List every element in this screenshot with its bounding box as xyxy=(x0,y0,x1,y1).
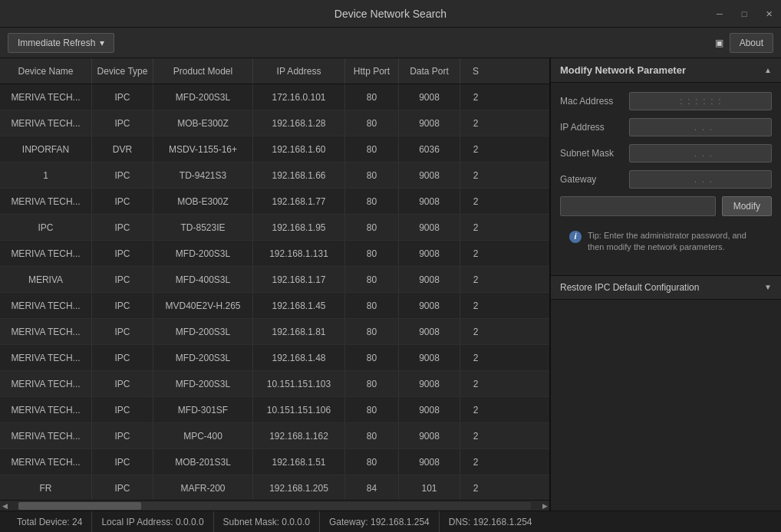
scroll-left-icon[interactable]: ◀ xyxy=(0,502,9,510)
table-cell: FR xyxy=(0,475,92,500)
table-cell: 9008 xyxy=(399,397,460,422)
table-row[interactable]: IPCIPCTD-8523IE192.168.1.958090082 xyxy=(0,215,549,241)
col-header-extra: S xyxy=(460,58,491,84)
minimize-button[interactable]: ─ xyxy=(707,0,732,28)
table-row[interactable]: MERIVA TECH...IPCMPC-400192.168.1.162809… xyxy=(0,423,549,449)
col-header-type: Device Type xyxy=(92,58,153,84)
table-cell: 6036 xyxy=(399,136,460,162)
table-row[interactable]: MERIVAIPCMFD-400S3L192.168.1.178090082 xyxy=(0,267,549,293)
table-cell: MOB-201S3L xyxy=(153,449,253,475)
table-cell: 2 xyxy=(460,215,491,240)
modify-button[interactable]: Modify xyxy=(722,196,772,216)
col-header-data: Data Port xyxy=(399,58,460,84)
table-cell: 192.168.1.28 xyxy=(253,110,345,136)
table-cell: 80 xyxy=(345,345,399,370)
col-header-ip: IP Address xyxy=(253,58,345,84)
table-row[interactable]: MERIVA TECH...IPCMFD-301SF10.151.151.106… xyxy=(0,397,549,423)
table-row[interactable]: MERIVA TECH...IPCMOB-E300Z192.168.1.7780… xyxy=(0,189,549,215)
table-row[interactable]: MERIVA TECH...IPCMFD-200S3L192.168.1.131… xyxy=(0,241,549,267)
table-cell: 84 xyxy=(345,475,399,500)
refresh-label: Immediate Refresh xyxy=(18,38,95,48)
scroll-thumb[interactable] xyxy=(18,502,141,510)
restore-arrow-icon: ▼ xyxy=(764,283,772,291)
table-cell: MERIVA TECH... xyxy=(0,189,92,214)
device-table-area: Device Name Device Type Product Model IP… xyxy=(0,58,551,511)
mnp-form: Mac Address IP Address Subnet Mask Gatew… xyxy=(551,83,781,269)
table-cell: MFD-200S3L xyxy=(153,241,253,266)
table-cell: IPC xyxy=(92,449,153,475)
table-cell: 192.168.1.81 xyxy=(253,319,345,344)
close-button[interactable]: ✕ xyxy=(756,0,781,28)
table-row[interactable]: MERIVA TECH...IPCMFD-200S3L192.168.1.488… xyxy=(0,345,549,371)
table-cell: 80 xyxy=(345,241,399,266)
table-cell: TD-8523IE xyxy=(153,215,253,240)
mac-address-input[interactable] xyxy=(629,92,772,110)
table-cell: MERIVA TECH... xyxy=(0,241,92,266)
table-cell: MFD-200S3L xyxy=(153,84,253,110)
table-cell: 80 xyxy=(345,293,399,318)
table-cell: IPC xyxy=(92,475,153,500)
table-row[interactable]: FRIPCMAFR-200192.168.1.205841012 xyxy=(0,475,549,500)
table-row[interactable]: 1IPCTD-9421S3192.168.1.668090082 xyxy=(0,163,549,189)
table-cell: IPC xyxy=(92,397,153,422)
table-cell: 2 xyxy=(460,110,491,136)
dropdown-arrow-icon: ▾ xyxy=(100,38,104,48)
table-cell: 2 xyxy=(460,397,491,422)
table-row[interactable]: MERIVA TECH...IPCMFD-200S3L10.151.151.10… xyxy=(0,371,549,397)
maximize-button[interactable]: □ xyxy=(732,0,756,28)
table-cell: MERIVA TECH... xyxy=(0,293,92,318)
table-cell: 192.168.1.162 xyxy=(253,423,345,448)
table-cell: 9008 xyxy=(399,319,460,344)
table-row[interactable]: MERIVA TECH...IPCMFD-200S3L192.168.1.818… xyxy=(0,319,549,345)
mnp-title: Modify Network Parameter xyxy=(560,64,686,76)
subnet-mask-row: Subnet Mask xyxy=(560,144,772,163)
refresh-button[interactable]: Immediate Refresh ▾ xyxy=(8,33,114,53)
table-cell: 9008 xyxy=(399,345,460,370)
mnp-section-header[interactable]: Modify Network Parameter ▲ xyxy=(551,58,781,83)
table-cell: 192.168.1.95 xyxy=(253,215,345,240)
restore-section-header[interactable]: Restore IPC Default Configuration ▼ xyxy=(551,275,781,300)
table-cell: 2 xyxy=(460,423,491,448)
table-cell: MVD40E2V-H.265 xyxy=(153,293,253,318)
table-cell: 192.168.1.45 xyxy=(253,293,345,318)
table-cell: IPC xyxy=(92,345,153,370)
gateway-status: Gateway: 192.168.1.254 xyxy=(320,511,440,532)
table-cell: 2 xyxy=(460,163,491,188)
table-row[interactable]: INPORFANDVRMSDV-1155-16+192.168.1.608060… xyxy=(0,136,549,163)
ip-address-input[interactable] xyxy=(629,118,772,136)
table-cell: 2 xyxy=(460,319,491,344)
table-cell: 172.16.0.101 xyxy=(253,84,345,110)
table-cell: 80 xyxy=(345,110,399,136)
table-cell: MFD-301SF xyxy=(153,397,253,422)
horizontal-scrollbar[interactable]: ◀ ▶ xyxy=(0,500,549,511)
table-header: Device Name Device Type Product Model IP… xyxy=(0,58,549,84)
scroll-right-icon[interactable]: ▶ xyxy=(540,502,549,510)
gateway-label: Gateway xyxy=(560,174,629,185)
table-cell: 192.168.1.51 xyxy=(253,449,345,475)
table-cell: 2 xyxy=(460,371,491,396)
table-cell: IPC xyxy=(0,215,92,240)
password-input[interactable] xyxy=(560,196,716,216)
collapse-icon[interactable]: ▲ xyxy=(764,66,772,74)
table-cell: 192.168.1.17 xyxy=(253,267,345,292)
table-row[interactable]: MERIVA TECH...IPCMOB-E300Z192.168.1.2880… xyxy=(0,110,549,136)
table-cell: 101 xyxy=(399,475,460,500)
table-cell: MERIVA TECH... xyxy=(0,345,92,370)
about-label: About xyxy=(740,38,763,48)
table-row[interactable]: MERIVA TECH...IPCMFD-200S3L172.16.0.1018… xyxy=(0,84,549,110)
table-cell: 9008 xyxy=(399,449,460,475)
scroll-track[interactable] xyxy=(18,502,531,510)
ip-label: IP Address xyxy=(560,122,629,133)
table-cell: MERIVA TECH... xyxy=(0,110,92,136)
table-cell: 80 xyxy=(345,371,399,396)
subnet-mask-input[interactable] xyxy=(629,144,772,163)
dns-status: DNS: 192.168.1.254 xyxy=(440,511,542,532)
about-button[interactable]: About xyxy=(730,33,773,53)
local-ip-status: Local IP Address: 0.0.0.0 xyxy=(92,511,213,532)
table-cell: 2 xyxy=(460,449,491,475)
tip-area: i Tip: Enter the administrator password,… xyxy=(560,224,772,260)
table-row[interactable]: MERIVA TECH...IPCMVD40E2V-H.265192.168.1… xyxy=(0,293,549,319)
gateway-input[interactable] xyxy=(629,170,772,189)
table-cell: 192.168.1.77 xyxy=(253,189,345,214)
table-row[interactable]: MERIVA TECH...IPCMOB-201S3L192.168.1.518… xyxy=(0,449,549,475)
